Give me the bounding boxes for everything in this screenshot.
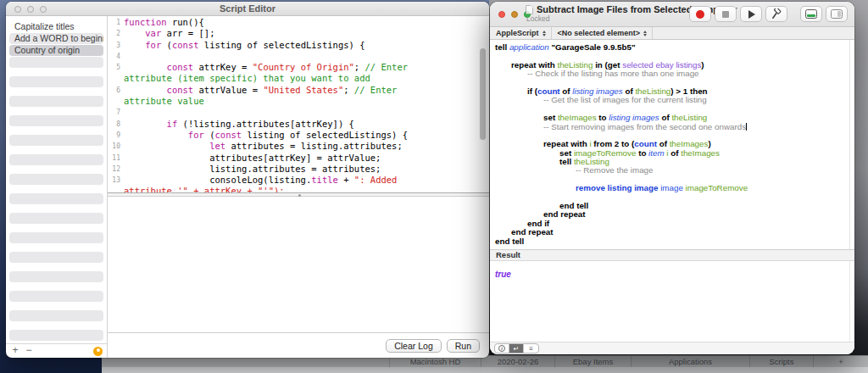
code-line: 11 attributes[attrKey] = attrValue; bbox=[108, 153, 489, 164]
document-proxy-icon[interactable] bbox=[526, 5, 533, 14]
applescript-line: end tell bbox=[490, 237, 854, 246]
line-number: 6 bbox=[108, 85, 124, 96]
sidebar-empty-row[interactable] bbox=[9, 154, 103, 165]
toggle-log-panel-button[interactable] bbox=[800, 6, 822, 22]
applescript-line: -- Get the list of images for the curren… bbox=[490, 96, 854, 104]
line-number: 4 bbox=[108, 51, 124, 62]
sidebar-empty-row[interactable] bbox=[9, 96, 103, 107]
run-script-button[interactable]: Run bbox=[447, 339, 480, 353]
js-code-editor[interactable]: 1function run(){2 var arr = [];3 for (co… bbox=[108, 16, 489, 192]
notification-badge-icon[interactable] bbox=[93, 347, 103, 356]
popup-arrows-icon bbox=[643, 31, 647, 36]
sidebar-empty-row[interactable] bbox=[9, 57, 103, 68]
sidebar-empty-row[interactable] bbox=[9, 310, 103, 321]
applescript-line: -- Check if the listing has more than on… bbox=[490, 70, 854, 78]
sidebar-empty-row[interactable] bbox=[9, 174, 103, 185]
code-line: 10 let attributes = listing.attributes; bbox=[108, 141, 489, 152]
run-button[interactable] bbox=[740, 6, 762, 22]
minimize-button[interactable] bbox=[511, 11, 518, 18]
sidebar-item[interactable]: Capitalize titles bbox=[9, 21, 103, 32]
title-bar[interactable]: Script Editor bbox=[6, 2, 489, 16]
navigation-bar: AppleScript <No selected element> bbox=[490, 27, 854, 40]
finder-column[interactable]: 2020-02-26 bbox=[481, 356, 555, 367]
code-line: 3 for (const listing of selectedListings… bbox=[108, 40, 489, 51]
stop-button[interactable] bbox=[715, 6, 737, 22]
add-script-button[interactable]: + bbox=[9, 344, 21, 357]
toggle-accessory-panel-button[interactable] bbox=[826, 6, 848, 22]
code-line: 8 if (!listing.attributes[attrKey]) { bbox=[108, 119, 489, 130]
script-list[interactable]: Capitalize titlesAdd a WORD to beginning… bbox=[6, 16, 107, 343]
code-line: attribute value bbox=[108, 96, 489, 107]
compile-button[interactable] bbox=[765, 6, 787, 22]
line-number: 7 bbox=[108, 107, 124, 118]
script-editor-window: Script Editor Capitalize titlesAdd a WOR… bbox=[6, 2, 489, 358]
info-icon: i bbox=[498, 345, 505, 352]
sidebar-empty-row[interactable] bbox=[9, 252, 103, 263]
desktop: Macintosh HD 2020-02-26 Ebay Items Appli… bbox=[0, 0, 868, 373]
line-number: 2 bbox=[108, 28, 124, 39]
language-popup-label: AppleScript bbox=[496, 29, 539, 37]
finder-column[interactable]: Scripts bbox=[750, 356, 814, 367]
line-number: 11 bbox=[108, 153, 124, 164]
vertical-scrollbar[interactable] bbox=[480, 48, 486, 140]
log-output-pane[interactable] bbox=[108, 197, 489, 332]
applescript-code-editor[interactable]: tell application "GarageSale 9.9.5b5"rep… bbox=[490, 40, 854, 249]
code-line: 5 const attrKey = "Country of Origin"; /… bbox=[108, 62, 489, 73]
applescript-line: remove listing image image imageToRemove bbox=[490, 184, 854, 192]
description-view-button[interactable]: i bbox=[495, 344, 509, 353]
line-number bbox=[108, 96, 124, 107]
result-section-header: Result bbox=[490, 249, 854, 261]
pane-splitter[interactable] bbox=[108, 192, 489, 197]
sidebar-empty-row[interactable] bbox=[9, 76, 103, 87]
scripts-sidebar: Capitalize titlesAdd a WORD to beginning… bbox=[6, 16, 108, 358]
line-number: 1 bbox=[108, 17, 124, 28]
close-button[interactable] bbox=[498, 11, 505, 18]
element-popup-label: <No selected element> bbox=[558, 29, 641, 37]
sidebar-empty-row[interactable] bbox=[9, 271, 103, 282]
log-view-segmented-control: i ↵ ≡ bbox=[494, 343, 539, 354]
sidebar-footer: + − bbox=[6, 343, 107, 358]
hammer-icon bbox=[771, 8, 782, 19]
applescript-line: -- Remove the image bbox=[490, 166, 854, 175]
sidebar-empty-row[interactable] bbox=[9, 213, 103, 224]
sidebar-item[interactable]: Country of origin bbox=[9, 45, 103, 56]
sidebar-empty-row[interactable] bbox=[9, 115, 103, 126]
code-line: 1function run(){ bbox=[108, 17, 489, 28]
record-button[interactable] bbox=[689, 6, 711, 22]
code-line: 7 bbox=[108, 107, 489, 118]
finder-column[interactable]: + bbox=[814, 356, 868, 367]
sidebar-empty-row[interactable] bbox=[9, 193, 103, 204]
finder-column[interactable]: Ebay Items bbox=[555, 356, 632, 367]
window-bottom-bar: i ↵ ≡ bbox=[490, 342, 854, 354]
sidebar-empty-row[interactable] bbox=[9, 291, 103, 302]
line-number bbox=[108, 186, 124, 192]
remove-script-button[interactable]: − bbox=[23, 344, 35, 357]
finder-column[interactable]: Applications bbox=[632, 356, 750, 367]
applescript-line: tell application "GarageSale 9.9.5b5" bbox=[490, 43, 854, 52]
clear-log-button[interactable]: Clear Log bbox=[386, 339, 442, 353]
sidebar-empty-row[interactable] bbox=[9, 232, 103, 243]
code-line: 13 consoleLog(listing.title + ": Added bbox=[108, 175, 489, 186]
result-output-pane[interactable]: true bbox=[490, 261, 854, 342]
title-bar[interactable]: Subtract Image Files from Selected Templ… bbox=[490, 2, 854, 27]
sidebar-empty-row[interactable] bbox=[9, 135, 103, 146]
text-cursor bbox=[746, 123, 747, 131]
result-list-view-button[interactable]: ≡ bbox=[524, 344, 538, 353]
sidebar-empty-row[interactable] bbox=[9, 330, 103, 341]
list-icon: ≡ bbox=[529, 345, 533, 353]
popup-arrows-icon bbox=[542, 31, 546, 36]
window-bottom-panel-icon bbox=[805, 9, 817, 19]
finder-window-edge bbox=[102, 367, 868, 373]
language-popup[interactable]: AppleScript bbox=[490, 27, 552, 39]
event-log-view-button[interactable]: ↵ bbox=[509, 344, 524, 353]
sidebar-item[interactable]: Add a WORD to beginning bbox=[9, 33, 103, 44]
applescript-line: set imageToRemove to item i of theImages bbox=[490, 149, 854, 158]
code-line: attribute (item specific) that you want … bbox=[108, 73, 489, 84]
code-line: 12 listing.attributes = attributes; bbox=[108, 164, 489, 175]
element-popup[interactable]: <No selected element> bbox=[552, 27, 654, 39]
line-number: 9 bbox=[108, 130, 124, 141]
stop-icon bbox=[722, 11, 729, 18]
record-icon bbox=[696, 10, 704, 19]
code-line: 9 for (const listing of selectedListings… bbox=[108, 130, 489, 141]
code-line: attribute '" + attrKey + "'"); bbox=[108, 186, 489, 192]
